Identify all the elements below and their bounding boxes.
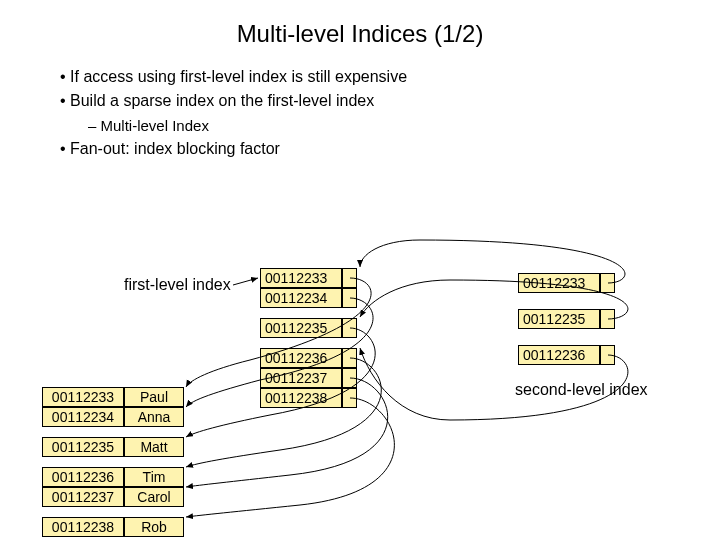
fl-ptr-4 <box>342 368 357 388</box>
bullet-2: Build a sparse index on the first-level … <box>60 90 720 112</box>
fl-key-1: 00112234 <box>260 288 342 308</box>
fl-ptr-3 <box>342 348 357 368</box>
dr-key-2: 00112235 <box>42 437 124 457</box>
first-level-label: first-level index <box>124 276 231 294</box>
slide-title: Multi-level Indices (1/2) <box>0 20 720 48</box>
sl-key-0: 00112233 <box>518 273 600 293</box>
dr-val-0: Paul <box>124 387 184 407</box>
dr-key-3: 00112236 <box>42 467 124 487</box>
fl-key-3: 00112236 <box>260 348 342 368</box>
fl-key-5: 00112238 <box>260 388 342 408</box>
bullet-list: If access using first-level index is sti… <box>60 66 720 160</box>
second-level-label: second-level index <box>515 381 648 399</box>
dr-key-1: 00112234 <box>42 407 124 427</box>
fl-ptr-1 <box>342 288 357 308</box>
dr-key-5: 00112238 <box>42 517 124 537</box>
dr-val-1: Anna <box>124 407 184 427</box>
fl-key-4: 00112237 <box>260 368 342 388</box>
dr-val-3: Tim <box>124 467 184 487</box>
bullet-1: If access using first-level index is sti… <box>60 66 720 88</box>
fl-key-2: 00112235 <box>260 318 342 338</box>
fl-ptr-5 <box>342 388 357 408</box>
fl-ptr-0 <box>342 268 357 288</box>
bullet-2a: Multi-level Index <box>88 115 720 136</box>
sl-key-1: 00112235 <box>518 309 600 329</box>
sl-ptr-1 <box>600 309 615 329</box>
sl-key-2: 00112236 <box>518 345 600 365</box>
dr-val-5: Rob <box>124 517 184 537</box>
fl-key-0: 00112233 <box>260 268 342 288</box>
dr-val-2: Matt <box>124 437 184 457</box>
dr-val-4: Carol <box>124 487 184 507</box>
sl-ptr-2 <box>600 345 615 365</box>
dr-key-0: 00112233 <box>42 387 124 407</box>
dr-key-4: 00112237 <box>42 487 124 507</box>
bullet-3: Fan-out: index blocking factor <box>60 138 720 160</box>
sl-ptr-0 <box>600 273 615 293</box>
fl-ptr-2 <box>342 318 357 338</box>
